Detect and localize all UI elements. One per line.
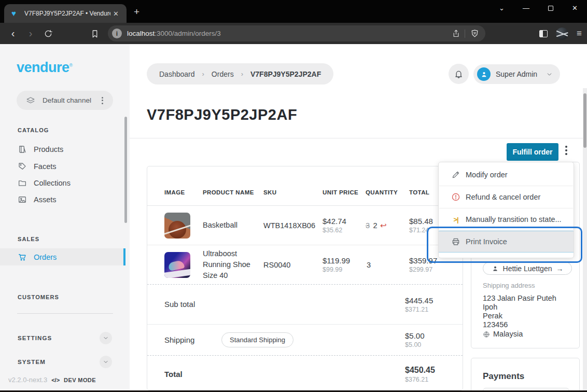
quantity: 2: [373, 221, 378, 230]
total-label: Total: [164, 367, 197, 382]
side-panel-icon[interactable]: [539, 30, 548, 37]
subtotal-value: $445.45: [405, 296, 457, 305]
share-icon[interactable]: [452, 29, 460, 38]
product-name[interactable]: Ultraboost Running Shoe Size 40: [203, 248, 263, 281]
scrollbar-thumb[interactable]: [583, 93, 586, 148]
user-icon: [492, 265, 499, 272]
channel-selector[interactable]: Default channel: [17, 91, 113, 110]
pencil-icon: [451, 170, 460, 179]
globe-icon: [483, 331, 490, 338]
undo-arrow-icon: ↩: [380, 221, 387, 230]
sidebar-item-assets[interactable]: Assets: [0, 191, 124, 208]
unit-price: $42.74: [323, 217, 366, 226]
menu-item-refund-cancel[interactable]: Refund & cancel order: [439, 186, 574, 208]
product-name[interactable]: Basketball: [203, 220, 263, 231]
bell-icon: [454, 69, 464, 79]
forward-button[interactable]: ›: [22, 27, 39, 39]
total-row: Total $450.45 $376.21: [147, 356, 463, 392]
breadcrumb-dashboard[interactable]: Dashboard: [159, 70, 195, 78]
user-name: Super Admin: [496, 70, 541, 78]
browser-menu-icon[interactable]: ≡: [577, 29, 582, 39]
shipping-value: $5.00: [405, 331, 457, 340]
subtotal-label: Sub total: [164, 297, 197, 312]
tab-close-icon[interactable]: ✕: [110, 9, 121, 19]
col-quantity: QUANTITY: [366, 177, 409, 195]
alert-circle-icon: [451, 192, 460, 202]
section-customers: CUSTOMERS: [18, 294, 59, 300]
browser-window: ♥ V7F8PJ9Y5P2JP2AF • Vendure ✕ + ⌄ — ✕ ‹…: [0, 0, 587, 392]
maximize-button[interactable]: [538, 0, 563, 16]
customer-name: Hettie Luettgen: [503, 264, 552, 273]
sidebar-item-facets[interactable]: Facets: [0, 158, 124, 175]
menu-item-manual-transition[interactable]: >| Manually transition to state...: [439, 208, 574, 230]
divider: [130, 138, 583, 138]
customer-link[interactable]: Hettie Luettgen →: [483, 262, 572, 275]
breadcrumb: Dashboard › Orders › V7F8PJ9Y5P2JP2AF: [147, 63, 333, 85]
address-bar[interactable]: i localhost:3000/admin/orders/3: [108, 25, 485, 41]
vendure-logo[interactable]: vendure®: [17, 60, 73, 76]
cart-icon: [18, 253, 27, 262]
product-thumbnail[interactable]: [164, 252, 190, 278]
bookmark-icon[interactable]: [86, 29, 104, 38]
menu-item-modify-order[interactable]: Modify order: [439, 164, 574, 186]
col-image: IMAGE: [164, 177, 203, 195]
shipping-row: Shipping Standard Shipping $5.00 $5.00: [147, 325, 463, 356]
image-icon: [18, 195, 27, 204]
transition-icon: >|: [451, 215, 460, 224]
dev-mode-label: DEV MODE: [64, 377, 96, 383]
channel-label: Default channel: [35, 96, 99, 104]
printer-icon: [451, 237, 460, 246]
section-settings[interactable]: SETTINGS: [18, 332, 112, 344]
col-product-name: PRODUCT NAME: [203, 177, 263, 195]
product-thumbnail[interactable]: [164, 213, 190, 239]
unit-price-net: $35.62: [323, 227, 366, 234]
notifications-button[interactable]: [449, 64, 469, 84]
reload-button[interactable]: [39, 29, 57, 38]
site-info-icon[interactable]: i: [112, 29, 122, 38]
table-header-row: IMAGE PRODUCT NAME SKU UNIT PRICE QUANTI…: [147, 166, 463, 206]
product-sku: WTB1418XB06: [263, 221, 323, 230]
shipping-net: $5.00: [405, 341, 457, 348]
main-content: Dashboard › Orders › V7F8PJ9Y5P2JP2AF Su…: [130, 44, 583, 390]
order-lines-table: IMAGE PRODUCT NAME SKU UNIT PRICE QUANTI…: [147, 166, 463, 390]
chevron-down-icon[interactable]: [100, 356, 112, 368]
channel-menu-icon[interactable]: [99, 97, 106, 104]
shipping-label: Shipping: [164, 332, 197, 348]
arrow-right-icon: →: [556, 264, 563, 273]
country: Malaysia: [493, 330, 523, 339]
chevron-right-icon: ›: [202, 70, 204, 78]
minimize-button[interactable]: —: [514, 0, 538, 16]
user-menu[interactable]: Super Admin: [473, 64, 560, 84]
product-sku: RS0040: [263, 261, 323, 269]
chevron-right-icon: ›: [241, 70, 243, 78]
total-net: $376.21: [405, 376, 457, 383]
tab-search-icon[interactable]: ⌄: [490, 0, 514, 16]
profile-avatar[interactable]: [556, 27, 568, 40]
tab-strip: ♥ V7F8PJ9Y5P2JP2AF • Vendure ✕ + ⌄ — ✕: [0, 0, 587, 23]
breadcrumb-orders[interactable]: Orders: [212, 70, 234, 78]
new-tab-button[interactable]: +: [134, 7, 139, 17]
close-window-button[interactable]: ✕: [563, 0, 587, 16]
browser-tab[interactable]: ♥ V7F8PJ9Y5P2JP2AF • Vendure ✕: [4, 4, 127, 23]
sidebar-item-orders[interactable]: Orders: [0, 248, 124, 265]
page-scrollbar[interactable]: [583, 88, 587, 392]
section-system[interactable]: SYSTEM: [18, 356, 112, 368]
quantity: 3: [367, 261, 371, 269]
shipping-method-chip: Standard Shipping: [221, 332, 294, 347]
sidebar-scrollbar[interactable]: [124, 117, 127, 223]
chevron-down-icon[interactable]: [100, 332, 112, 344]
sidebar-item-products[interactable]: Products: [0, 141, 124, 158]
menu-item-print-invoice[interactable]: Print Invoice: [439, 231, 574, 253]
vendure-favicon-icon: ♥: [11, 9, 20, 18]
order-actions-menu-icon[interactable]: [565, 146, 567, 155]
fulfill-order-button[interactable]: Fulfill order: [507, 143, 558, 161]
brave-shield-icon[interactable]: [470, 29, 479, 38]
sidebar: vendure® Default channel CATALOG Product…: [0, 44, 130, 390]
line-total-net: $299.97: [409, 266, 457, 273]
subtotal-row: Sub total $445.45 $371.21: [147, 285, 463, 325]
page-title: V7F8PJ9Y5P2JP2AF: [147, 106, 297, 123]
sidebar-item-collections[interactable]: Collections: [0, 174, 124, 191]
back-button[interactable]: ‹: [4, 27, 22, 39]
avatar: [477, 67, 491, 81]
book-icon: [18, 145, 27, 154]
